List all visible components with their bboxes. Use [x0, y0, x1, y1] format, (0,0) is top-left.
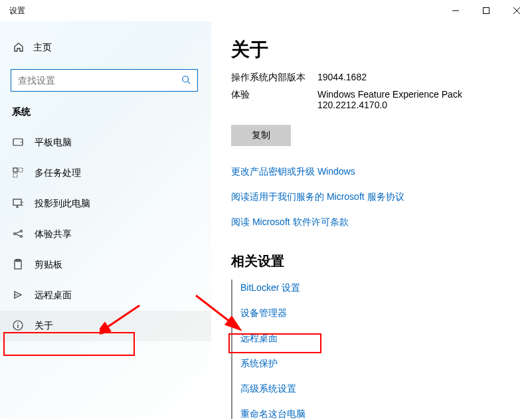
- svg-rect-1: [484, 8, 489, 14]
- about-icon: [12, 320, 24, 333]
- svg-line-16: [16, 234, 21, 236]
- svg-line-5: [188, 81, 191, 84]
- home-icon: [13, 42, 24, 54]
- svg-rect-9: [19, 168, 23, 172]
- os-build-label: 操作系统内部版本: [231, 72, 317, 84]
- svg-point-4: [183, 76, 189, 82]
- related-link-rename-pc[interactable]: 重命名这台电脑: [240, 408, 532, 419]
- sidebar-item-label: 多任务处理: [35, 167, 81, 179]
- svg-point-13: [21, 230, 23, 232]
- related-link-bitlocker[interactable]: BitLocker 设置: [240, 282, 532, 294]
- projecting-icon: [12, 198, 24, 210]
- svg-point-12: [14, 232, 16, 234]
- svg-rect-10: [13, 173, 17, 177]
- multitasking-icon: [12, 167, 24, 180]
- svg-point-7: [21, 141, 22, 143]
- related-link-system-protection[interactable]: 系统保护: [240, 358, 532, 370]
- svg-rect-11: [13, 199, 21, 205]
- sidebar-item-clipboard[interactable]: 剪贴板: [0, 250, 211, 280]
- experience-label: 体验: [231, 89, 317, 110]
- os-build-row: 操作系统内部版本 19044.1682: [231, 72, 532, 84]
- sidebar-item-remote-desktop[interactable]: 远程桌面: [0, 280, 211, 311]
- maximize-button[interactable]: [471, 0, 501, 21]
- svg-point-20: [17, 322, 19, 323]
- sidebar-item-label: 体验共享: [35, 228, 72, 240]
- sidebar-item-label: 关于: [35, 320, 53, 332]
- sidebar-item-label: 平板电脑: [35, 137, 72, 149]
- tablet-icon: [12, 137, 24, 149]
- window-controls: [440, 0, 532, 21]
- links-block: 更改产品密钥或升级 Windows 阅读适用于我们服务的 Microsoft 服…: [231, 166, 532, 228]
- page-title: 关于: [231, 37, 532, 62]
- link-license-terms[interactable]: 阅读 Microsoft 软件许可条款: [231, 216, 532, 228]
- sidebar-item-label: 剪贴板: [35, 259, 62, 271]
- os-build-value: 19044.1682: [317, 72, 532, 84]
- window-title: 设置: [9, 5, 25, 17]
- sidebar-item-about[interactable]: 关于: [0, 311, 211, 341]
- titlebar: 设置: [0, 0, 532, 21]
- close-button[interactable]: [501, 0, 532, 21]
- link-change-product-key[interactable]: 更改产品密钥或升级 Windows: [231, 166, 532, 178]
- svg-rect-8: [13, 168, 17, 172]
- experience-value: Windows Feature Experience Pack 120.2212…: [317, 89, 490, 110]
- link-services-agreement[interactable]: 阅读适用于我们服务的 Microsoft 服务协议: [231, 191, 532, 203]
- related-link-advanced-system[interactable]: 高级系统设置: [240, 383, 532, 395]
- search-input[interactable]: [18, 75, 181, 86]
- related-settings-title: 相关设置: [231, 252, 532, 270]
- shared-experiences-icon: [12, 228, 24, 241]
- sidebar-item-label: 投影到此电脑: [35, 198, 90, 210]
- sidebar-item-tablet[interactable]: 平板电脑: [0, 127, 211, 158]
- copy-button[interactable]: 复制: [231, 125, 291, 146]
- remote-desktop-icon: [12, 290, 24, 302]
- clipboard-icon: [12, 259, 24, 272]
- sidebar-item-label: 远程桌面: [35, 290, 72, 301]
- search-icon: [181, 75, 191, 86]
- svg-point-14: [21, 235, 23, 237]
- main-content: 关于 操作系统内部版本 19044.1682 体验 Windows Featur…: [211, 21, 532, 419]
- sidebar-item-projecting[interactable]: 投影到此电脑: [0, 189, 211, 219]
- nav-list: 平板电脑 多任务处理 投影到此电脑 体验共享: [0, 127, 211, 341]
- search-box[interactable]: [11, 69, 198, 92]
- experience-row: 体验 Windows Feature Experience Pack 120.2…: [231, 89, 532, 110]
- minimize-button[interactable]: [440, 0, 471, 21]
- sidebar: 主页 系统 平板电脑 多任务处理: [0, 21, 211, 419]
- related-link-device-manager[interactable]: 设备管理器: [240, 307, 532, 319]
- related-settings-list: BitLocker 设置 设备管理器 远程桌面 系统保护 高级系统设置 重命名这…: [231, 280, 532, 419]
- home-label: 主页: [33, 42, 52, 54]
- related-link-remote-desktop[interactable]: 远程桌面: [240, 333, 532, 345]
- svg-line-15: [16, 231, 21, 233]
- sidebar-item-shared-experiences[interactable]: 体验共享: [0, 219, 211, 250]
- sidebar-item-multitasking[interactable]: 多任务处理: [0, 158, 211, 189]
- home-button[interactable]: 主页: [0, 35, 211, 61]
- section-label: 系统: [12, 106, 211, 118]
